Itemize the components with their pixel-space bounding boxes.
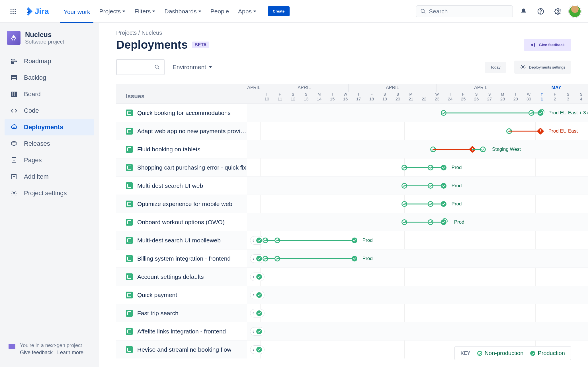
app-switcher-icon[interactable] [7,5,19,18]
day-header[interactable] [247,92,260,104]
day-header[interactable]: F18 [365,92,378,104]
sidebar-item-project-settings[interactable]: Project settings [5,185,94,201]
issue-search-input[interactable] [116,59,165,75]
prod-marker-icon[interactable] [441,165,446,170]
issue-row[interactable]: Fluid booking on tablets [116,140,247,158]
environment-label[interactable]: Prod [452,165,462,170]
nav-item-apps[interactable]: Apps [235,6,260,17]
environment-label[interactable]: Prod [452,201,462,207]
issue-row[interactable]: Account settings defaults [116,268,247,286]
prod-marker-icon[interactable] [352,238,357,243]
environment-label[interactable]: Prod EU East + 3 ot [548,110,588,116]
issue-row[interactable]: Shopping cart purchasing error - quick f… [116,158,247,177]
environment-label[interactable]: Staging West [492,147,521,152]
deployments-settings-button[interactable]: Deployments settings [514,61,571,74]
day-header[interactable]: T29 [509,92,522,104]
timeline[interactable]: APRILAPRILAPRILAPRILMAY T10F11S12S13M14T… [247,84,588,358]
day-header[interactable]: S20 [391,92,404,104]
issue-row[interactable]: Billing system integration - frontend [116,250,247,268]
breadcrumb[interactable]: Projects / Nucleus [116,30,588,36]
day-header[interactable]: W30 [522,92,535,104]
day-header[interactable]: M28 [496,92,509,104]
day-header[interactable]: T10 [260,92,273,104]
error-marker-icon[interactable] [537,127,544,135]
issue-row[interactable]: Quick booking for accommodations [116,104,247,122]
nav-item-your-work[interactable]: Your work [60,6,94,23]
prod-marker-icon[interactable] [352,256,357,261]
scroll-back-chip[interactable]: ‹ [250,291,265,299]
day-header[interactable]: S3 [562,92,575,104]
day-header[interactable]: W23 [431,92,444,104]
environment-label[interactable]: Prod EU East [548,128,578,134]
day-header[interactable]: T1 [535,92,548,104]
day-header[interactable]: T22 [417,92,431,104]
issue-row[interactable]: Onboard workout options (OWO) [116,213,247,231]
give-feedback-button[interactable]: Give feedback [524,39,571,51]
day-header[interactable]: S12 [286,92,300,104]
jira-logo[interactable]: Jira [24,7,49,16]
day-header[interactable]: M21 [404,92,417,104]
create-button[interactable]: Create [268,6,290,16]
issue-row[interactable]: Adapt web app no new payments provider [116,122,247,140]
sidebar-item-pages[interactable]: Pages [5,152,94,168]
nav-item-dashboards[interactable]: Dashboards [161,6,204,17]
issue-row[interactable]: Multi-dest search UI web [116,177,247,195]
today-button[interactable]: Today [485,62,506,73]
day-header[interactable]: S4 [575,92,588,104]
help-icon[interactable] [534,5,547,18]
day-header[interactable]: T17 [352,92,365,104]
prod-marker-icon[interactable] [441,183,446,189]
environment-dropdown[interactable]: Environment [173,64,212,71]
sidebar-item-add-item[interactable]: Add item [5,168,94,185]
prod-marker-icon[interactable] [441,201,446,207]
day-header[interactable]: W16 [339,92,352,104]
day-header[interactable]: S19 [378,92,391,104]
issue-row[interactable]: Multi-dest search UI mobileweb [116,231,247,250]
day-header[interactable]: F2 [548,92,562,104]
nav-item-filters[interactable]: Filters [131,6,159,17]
issue-row[interactable]: Fast trip search [116,304,247,322]
scroll-back-chip[interactable]: ‹ [250,273,265,281]
scroll-back-chip[interactable]: ‹ [250,345,265,354]
day-header[interactable]: T15 [326,92,339,104]
environment-label[interactable]: Prod [452,183,462,189]
nav-item-projects[interactable]: Projects [96,6,129,17]
issue-row[interactable]: Quick payment [116,286,247,304]
issue-row[interactable]: Affelite links integration - frontend [116,322,247,341]
prod-marker-icon[interactable] [538,110,543,116]
sidebar-learn-link[interactable]: Learn more [57,350,83,356]
day-header[interactable]: M14 [313,92,326,104]
nav-item-people[interactable]: People [207,6,232,17]
project-header[interactable]: Nucleus Software project [5,31,94,45]
month-label: APRIL [247,84,260,92]
day-header[interactable]: F11 [273,92,286,104]
nonprod-marker-icon[interactable] [480,147,486,152]
day-header[interactable]: S13 [300,92,313,104]
global-search[interactable]: Search [416,5,513,17]
environment-label[interactable]: Prod [362,256,373,261]
day-header[interactable]: T24 [444,92,457,104]
sidebar-item-board[interactable]: Board [5,86,94,102]
environment-label[interactable]: Prod [362,238,373,243]
sidebar-feedback-link[interactable]: Give feedback [20,350,53,356]
notifications-icon[interactable] [517,5,530,18]
sidebar-item-roadmap[interactable]: Roadmap [5,53,94,69]
day-header[interactable]: S27 [483,92,496,104]
nextgen-label: You're in a next-gen project [20,343,83,349]
sidebar-item-code[interactable]: Code [5,102,94,119]
day-header[interactable]: F25 [457,92,470,104]
issue-row[interactable]: Revise and streamline booking flow [116,341,247,358]
scroll-back-chip[interactable]: ‹ [250,327,265,336]
scroll-back-chip[interactable]: ‹ [250,309,265,317]
issue-row[interactable]: Optimize experience for mobile web [116,195,247,213]
prod-marker-icon[interactable] [441,219,446,225]
settings-icon[interactable] [552,5,564,18]
day-header[interactable]: S26 [470,92,483,104]
profile-avatar[interactable] [569,5,581,18]
environment-label[interactable]: Prod [454,219,464,225]
breadcrumb-project[interactable]: Nucleus [142,30,162,36]
sidebar-item-deployments[interactable]: Deployments [5,119,94,135]
breadcrumb-projects[interactable]: Projects [116,30,137,36]
sidebar-item-releases[interactable]: Releases [5,135,94,152]
sidebar-item-backlog[interactable]: Backlog [5,69,94,86]
